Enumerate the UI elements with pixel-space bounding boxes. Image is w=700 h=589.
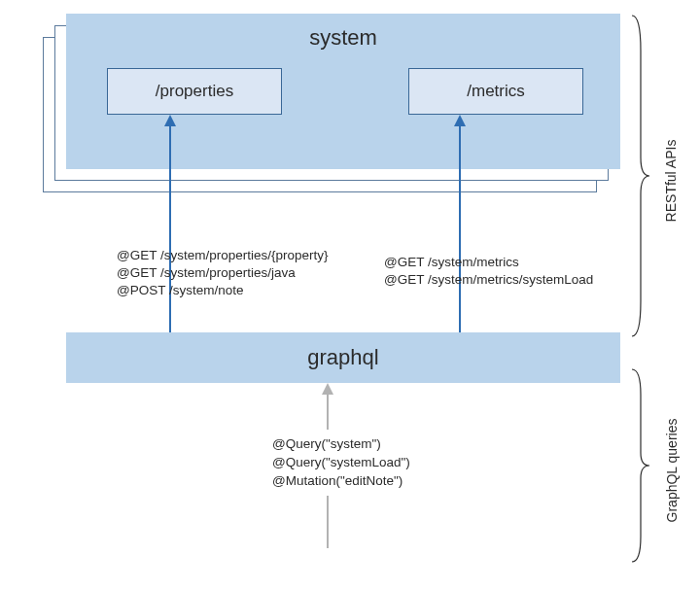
metrics-label: /metrics — [467, 82, 525, 101]
system-title: system — [66, 25, 620, 51]
properties-resource-box: /properties — [107, 68, 282, 115]
properties-label: /properties — [156, 82, 233, 101]
label-graphql: GraphQL queries — [664, 419, 680, 523]
metrics-resource-box: /metrics — [408, 68, 583, 115]
system-box: system /properties /metrics — [66, 14, 620, 169]
label-rest: RESTful APIs — [663, 140, 679, 223]
rest-api-metrics-text: @GET /system/metrics @GET /system/metric… — [384, 254, 593, 289]
arrow-line-properties — [169, 117, 171, 332]
graphql-queries-text: @Query("system") @Query("systemLoad") @M… — [272, 435, 410, 491]
brace-rest — [630, 12, 651, 340]
rest-api-properties-text: @GET /system/properties/{property} @GET … — [117, 247, 329, 300]
brace-graphql — [630, 365, 651, 566]
arrow-head-properties — [164, 115, 176, 126]
arrow-line-metrics — [459, 117, 461, 332]
gray-arrow-head — [322, 383, 333, 395]
graphql-box: graphql — [66, 332, 620, 383]
graphql-title: graphql — [307, 345, 378, 370]
gray-arrow-lower — [327, 496, 329, 548]
arrow-head-metrics — [454, 115, 466, 126]
